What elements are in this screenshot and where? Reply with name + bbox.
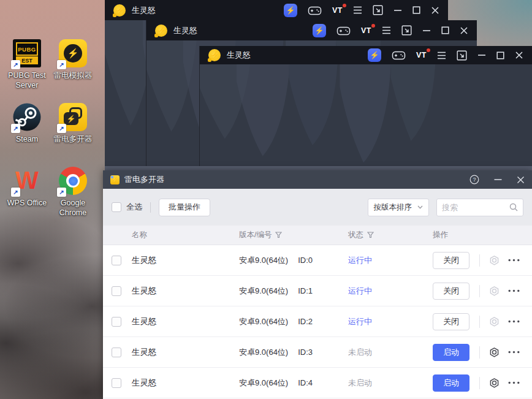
titlebar[interactable]: ⚡ 生灵怒 ⚡ VT (105, 0, 448, 20)
shortcut-arrow-icon: ↗ (11, 60, 20, 69)
action-button[interactable]: 启动 (433, 374, 469, 392)
vt-icon[interactable]: VT (416, 51, 427, 59)
maximize-icon[interactable] (412, 6, 420, 14)
menu-icon[interactable] (437, 51, 446, 59)
pubg-icon-text: PUBG (16, 42, 38, 56)
table-header: 名称 版本/编号 状态 操作 (103, 226, 532, 245)
boost-icon[interactable]: ⚡ (368, 48, 381, 62)
minimize-icon[interactable] (422, 29, 431, 32)
small-window-icon[interactable] (373, 5, 383, 15)
desktop-icon-steam[interactable]: ↗ Steam (1, 103, 53, 144)
ldplayer-logo-icon: ⚡ (113, 4, 126, 17)
instance-version: 安卓9.0(64位) (239, 378, 288, 389)
vt-red-dot (343, 4, 346, 7)
gamepad-icon[interactable] (336, 25, 351, 37)
gamepad-icon[interactable] (308, 4, 322, 17)
search-input[interactable] (442, 203, 509, 212)
divider (479, 285, 480, 297)
select-all-checkbox[interactable] (112, 202, 121, 212)
vt-red-dot (371, 24, 375, 28)
titlebar[interactable]: ⚡ 雷电多开器 ? (103, 170, 532, 189)
vt-icon[interactable]: VT (332, 6, 343, 15)
action-button[interactable]: 关闭 (433, 313, 469, 330)
close-icon[interactable] (431, 6, 439, 15)
instance-name: 生灵怒 (132, 347, 157, 358)
row-checkbox[interactable] (112, 378, 121, 388)
titlebar[interactable]: ⚡ 生灵怒 ⚡ VT (146, 20, 477, 40)
row-checkbox[interactable] (112, 286, 121, 296)
divider (479, 346, 480, 359)
pubg-icon: PUBG EST ↗ (13, 39, 41, 67)
select-all-label[interactable]: 全选 (126, 202, 142, 213)
filter-icon[interactable] (367, 232, 374, 238)
instance-id: ID:0 (298, 256, 313, 265)
lightning-icon: ⚡ (64, 112, 78, 125)
row-checkbox[interactable] (112, 348, 121, 357)
small-window-icon[interactable] (457, 50, 467, 61)
header-status: 状态 (348, 230, 363, 240)
gamepad-icon[interactable] (392, 49, 406, 61)
titlebar-controls: ⚡ VT (284, 4, 439, 17)
settings-gear-icon[interactable] (489, 347, 500, 358)
row-checkbox[interactable] (112, 256, 121, 265)
small-window-icon[interactable] (401, 25, 412, 36)
desktop-icon-google-chrome[interactable]: ↗ Google Chrome (47, 167, 99, 218)
divider (479, 316, 480, 328)
minimize-icon[interactable] (393, 9, 402, 12)
ld-multiplayer-icon: ⚡ ↗ (59, 103, 87, 131)
close-icon[interactable] (517, 176, 525, 184)
more-options-icon[interactable] (508, 381, 520, 384)
more-options-icon[interactable] (508, 320, 520, 323)
settings-gear-icon[interactable] (489, 255, 500, 266)
divider (479, 254, 480, 267)
desktop-icon-ld-multiplayer[interactable]: ⚡ ↗ 雷电多开器 (47, 103, 99, 144)
maximize-icon[interactable] (441, 26, 449, 34)
icon-label: 雷电模拟器 (47, 70, 99, 80)
boost-icon[interactable]: ⚡ (313, 24, 326, 37)
help-icon[interactable]: ? (469, 175, 479, 184)
close-icon[interactable] (460, 26, 468, 35)
batch-operations-button[interactable]: 批量操作 (159, 199, 210, 216)
titlebar-controls: ⚡ VT (368, 48, 523, 62)
action-button[interactable]: 关闭 (433, 283, 469, 300)
minimize-icon[interactable] (477, 54, 486, 56)
settings-gear-icon[interactable] (489, 378, 500, 389)
wps-icon: W ↗ (13, 167, 41, 195)
close-icon[interactable] (515, 51, 523, 59)
action-button[interactable]: 启动 (433, 344, 469, 361)
settings-gear-icon[interactable] (489, 316, 500, 327)
titlebar-controls: ? (469, 175, 525, 184)
more-options-icon[interactable] (508, 259, 520, 262)
sort-dropdown[interactable]: 按版本排序 (368, 199, 430, 216)
desktop-icon-pubg-test-server[interactable]: PUBG EST ↗ PUBG Test Server (1, 39, 53, 91)
instance-id: ID:4 (298, 378, 313, 387)
menu-icon[interactable] (382, 26, 391, 34)
action-button[interactable]: 关闭 (433, 252, 469, 269)
svg-text:?: ? (473, 177, 476, 183)
more-options-icon[interactable] (508, 289, 520, 292)
instance-version: 安卓9.0(64位) (239, 255, 288, 266)
more-options-icon[interactable] (508, 351, 520, 354)
window-title: 生灵怒 (227, 50, 251, 61)
desktop-icon-wps-office[interactable]: W ↗ WPS Office (1, 167, 53, 208)
maximize-icon[interactable] (496, 51, 504, 59)
window-bottom-edge (105, 166, 532, 170)
row-checkbox[interactable] (112, 317, 121, 327)
titlebar[interactable]: ⚡ 生灵怒 ⚡ VT (200, 46, 532, 64)
icon-label: PUBG Test Server (1, 70, 53, 91)
settings-gear-icon[interactable] (489, 286, 500, 297)
shortcut-arrow-icon: ↗ (57, 124, 66, 133)
instance-version: 安卓9.0(64位) (239, 286, 288, 297)
sort-dropdown-value: 按版本排序 (374, 202, 412, 213)
desktop-icon-ldplayer[interactable]: ⚡ ↗ 雷电模拟器 (47, 39, 99, 80)
boost-icon[interactable]: ⚡ (284, 4, 297, 17)
menu-icon[interactable] (353, 6, 362, 14)
search-box[interactable] (436, 199, 523, 216)
vt-icon[interactable]: VT (361, 26, 371, 35)
search-icon (509, 203, 518, 211)
table-row: 生灵怒 安卓9.0(64位)ID:3 未启动 启动 (103, 337, 532, 368)
instance-id: ID:1 (298, 286, 313, 295)
minimize-icon[interactable] (494, 178, 502, 181)
filter-icon[interactable] (275, 232, 282, 238)
shortcut-arrow-icon: ↗ (57, 60, 66, 69)
